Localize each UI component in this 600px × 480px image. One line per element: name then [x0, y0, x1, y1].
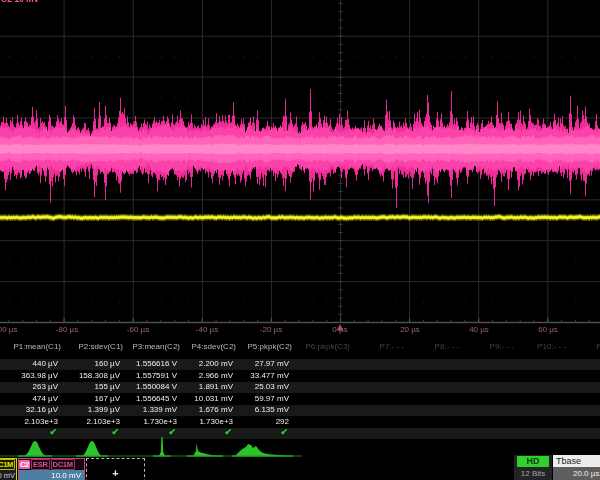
hd-bits-label: 12 Bits — [514, 469, 552, 478]
measure-column-header-unused: P7:- - - — [380, 342, 404, 351]
measure-cell-max: 474 µV — [32, 394, 58, 403]
measure-cell-sdev: 1.399 µV — [88, 405, 120, 414]
table-row-stripe — [0, 359, 600, 371]
measure-cell-mean: 1.557591 V — [136, 371, 177, 380]
plus-icon: + — [112, 467, 118, 479]
measure-cell-value: 2.200 mV — [199, 359, 233, 368]
time-label: -80 µs — [56, 325, 78, 334]
measure-cell-value: 160 µV — [94, 359, 120, 368]
time-label: -100 µs — [0, 325, 17, 334]
measure-cell-max: 59.97 mV — [255, 394, 289, 403]
measure-column-header: P2:sdev(C1) — [79, 342, 123, 351]
measure-cell-mean: 33.477 mV — [250, 371, 289, 380]
c2-esr-badge: ESR — [31, 459, 50, 470]
measure-cell-num: 292 — [276, 417, 289, 426]
measure-column-header: P3:mean(C2) — [132, 342, 180, 351]
measure-column-header-unused: P9:- - - — [490, 342, 514, 351]
table-row-stripe — [0, 382, 600, 394]
measure-cell-sdev: 1.676 mV — [199, 405, 233, 414]
time-label: -20 µs — [260, 325, 282, 334]
measure-cell-sdev: 6.135 mV — [255, 405, 289, 414]
channel-c2-descriptor[interactable]: C2 ESR DC1M 10.0 mV — [18, 458, 85, 480]
measure-cell-min: 1.891 mV — [199, 382, 233, 391]
measure-cell-mean: 363.98 µV — [21, 371, 58, 380]
measure-cell-max: 10.031 mV — [194, 394, 233, 403]
measure-column-header-unused: P8:- - - — [435, 342, 459, 351]
time-label: -40 µs — [196, 325, 218, 334]
measure-column-header: P5:pkpk(C2) — [248, 342, 292, 351]
time-label: 60 µs — [538, 325, 558, 334]
time-label: 20 µs — [400, 325, 420, 334]
measure-column-header-unused: P11 — [596, 342, 600, 351]
trace-label-clipped: C2 10 mV — [1, 0, 39, 4]
measure-cell-num: 2.103e+3 — [24, 417, 58, 426]
measure-cell-min: 155 µV — [94, 382, 120, 391]
measure-cell-min: 263 µV — [32, 382, 58, 391]
measure-column-header-unused: P6:pkpk(C3) — [306, 342, 350, 351]
measure-cell-sdev: 32.16 µV — [26, 405, 58, 414]
measure-column-header: P4:sdev(C2) — [192, 342, 236, 351]
measure-cell-value: 1.556616 V — [136, 359, 177, 368]
time-label: 0 µs — [332, 325, 347, 334]
time-label: 40 µs — [469, 325, 489, 334]
measure-cell-value: 27.97 mV — [255, 359, 289, 368]
c2-channel-badge: C2 — [19, 460, 30, 469]
c1-coupling-badge: DC1M — [0, 459, 15, 470]
measure-cell-num: 1.730e+3 — [199, 417, 233, 426]
oscilloscope-screen: C2 10 mV -100 µs-80 µs-60 µs-40 µs-20 µs… — [0, 0, 600, 480]
timebase-scale: 20.0 µs — [553, 467, 600, 480]
measure-cell-max: 167 µV — [94, 394, 120, 403]
c2-scale: 10.0 mV — [19, 470, 84, 480]
measure-cell-value: 440 µV — [32, 359, 58, 368]
measure-cell-mean: 158.308 µV — [79, 371, 120, 380]
timebase-descriptor[interactable]: Tbase 20.0 µs — [553, 455, 600, 480]
measure-column-header-unused: P10:- - - — [537, 342, 566, 351]
hd-mode-panel[interactable]: HD 12 Bits — [514, 455, 552, 480]
measure-cell-num: 1.730e+3 — [143, 417, 177, 426]
measure-cell-min: 25.03 mV — [255, 382, 289, 391]
waveform-traces — [0, 0, 600, 340]
measure-cell-num: 2.103e+3 — [86, 417, 120, 426]
time-label: -60 µs — [127, 325, 149, 334]
channel-c1-descriptor[interactable]: DC1M 50.0 mV — [0, 458, 17, 480]
measure-cell-min: 1.550084 V — [136, 382, 177, 391]
timebase-title: Tbase — [553, 455, 600, 467]
add-channel-button[interactable]: + — [86, 458, 145, 480]
hd-badge: HD — [517, 456, 549, 467]
c2-coupling-badge: DC1M — [51, 459, 75, 470]
measure-cell-mean: 2.966 mV — [199, 371, 233, 380]
c1-scale: 50.0 mV — [0, 470, 16, 480]
measure-column-header: P1:mean(C1) — [13, 342, 61, 351]
measure-cell-sdev: 1.339 mV — [143, 405, 177, 414]
measure-cell-max: 1.556645 V — [136, 394, 177, 403]
